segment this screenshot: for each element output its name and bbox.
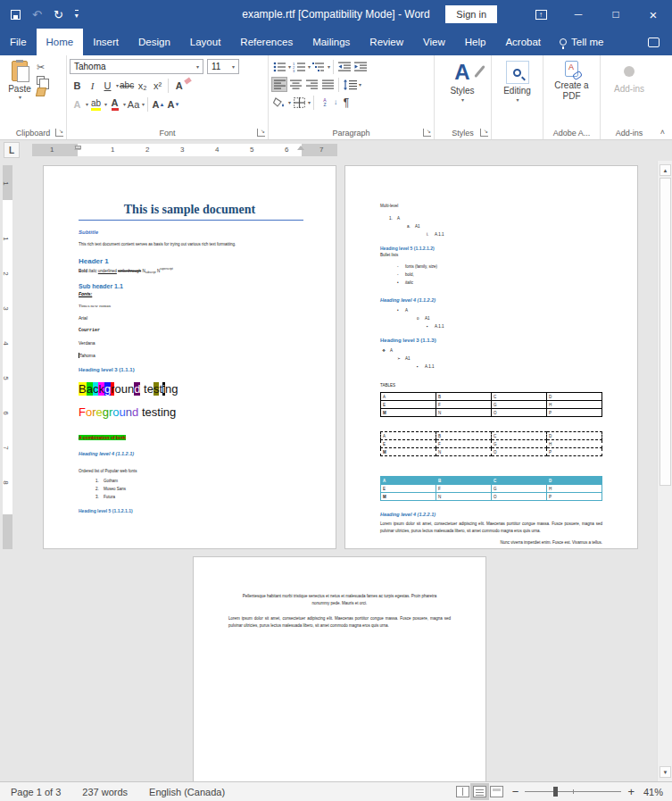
tab-help[interactable]: Help (455, 29, 496, 55)
styles-button[interactable]: A Styles ▾ (437, 59, 487, 124)
superscript-button[interactable]: x² (150, 78, 165, 93)
font-dialog-launcher[interactable]: ↘ (257, 129, 265, 137)
zoom-level[interactable]: 41% (643, 787, 672, 797)
list-marker: 2. (95, 485, 104, 493)
zoom-slider[interactable] (525, 791, 621, 792)
italic-button[interactable]: I (85, 78, 100, 93)
maximize-button[interactable]: □ (597, 0, 635, 29)
paragraph-dialog-launcher[interactable]: ↘ (423, 129, 431, 137)
format-painter-icon[interactable] (36, 88, 46, 96)
zoom-slider-thumb[interactable] (553, 787, 558, 797)
align-right-icon[interactable] (303, 77, 319, 92)
comment-icon[interactable] (648, 38, 660, 47)
line-spacing-icon[interactable] (342, 77, 358, 92)
underline-button[interactable]: U (100, 78, 115, 93)
bullet-list-icon[interactable] (271, 59, 287, 74)
print-layout-icon[interactable] (473, 786, 486, 797)
tab-references[interactable]: References (230, 29, 303, 55)
adobe-group: Create a PDF Adobe A... (543, 55, 601, 139)
scroll-up-icon[interactable]: ▲ (660, 164, 671, 176)
tab-mailings[interactable]: Mailings (303, 29, 360, 55)
multilevel-list-icon[interactable] (311, 59, 327, 74)
justify-icon[interactable] (319, 77, 336, 92)
table-row: MNOP (381, 409, 602, 417)
minimize-button[interactable]: ─ (560, 0, 597, 29)
tab-acrobat[interactable]: Acrobat (495, 29, 551, 55)
align-left-icon[interactable] (271, 77, 287, 92)
paste-dropdown-icon[interactable]: ▾ (19, 94, 21, 100)
list-item: 1.A (380, 214, 602, 222)
ribbon-display-options-button[interactable]: ↑ (522, 0, 560, 29)
vertical-scrollbar[interactable]: ▲ ▼ (657, 161, 672, 781)
close-button[interactable]: × (635, 0, 672, 29)
numbered-list-icon[interactable]: 123 (291, 59, 307, 74)
shrink-font-icon[interactable]: A▼ (166, 96, 181, 112)
borders-icon[interactable] (291, 95, 307, 110)
clear-formatting-icon[interactable]: A (171, 78, 187, 93)
web-layout-icon[interactable] (490, 786, 503, 797)
tab-file[interactable]: File (0, 29, 37, 55)
list-text: A1 (425, 316, 430, 321)
table-cell: D (547, 432, 602, 440)
change-case-icon[interactable]: Aa (126, 96, 141, 112)
table-row: MNOP (381, 493, 602, 501)
tab-insert[interactable]: Insert (83, 29, 129, 55)
word-count[interactable]: 237 words (71, 787, 138, 797)
font-color-icon[interactable]: A (112, 98, 119, 111)
show-hide-paragraph-icon[interactable]: ¶ (338, 95, 354, 110)
horizontal-ruler[interactable]: 11234567 (32, 144, 337, 156)
tell-me-box[interactable]: Tell me (551, 29, 612, 55)
zoom-out-icon[interactable]: − (512, 785, 519, 798)
font-name-select[interactable]: Tahoma▾ (70, 59, 203, 74)
undo-icon[interactable]: ↶ (32, 8, 42, 21)
tab-selector[interactable]: L (4, 142, 20, 158)
text-effects-icon[interactable]: A (70, 96, 85, 112)
zoom-in-icon[interactable]: + (627, 785, 635, 798)
grow-font-icon[interactable]: A▲ (151, 96, 166, 112)
font-size-select[interactable]: 11▾ (207, 59, 239, 74)
right-indent-marker[interactable] (297, 146, 304, 150)
ruler-number: 7 (2, 446, 10, 449)
editing-button[interactable] (506, 61, 529, 84)
customize-qat-icon[interactable]: ▾ (75, 10, 79, 20)
collapse-ribbon-icon[interactable]: ˄ (660, 128, 665, 137)
save-icon[interactable] (11, 10, 21, 20)
paste-button[interactable]: Paste ▾ (3, 59, 37, 124)
sort-icon[interactable]: AZ (317, 95, 333, 110)
table-cell: B (436, 432, 492, 440)
cut-icon[interactable]: ✂ (37, 62, 46, 73)
vertical-ruler[interactable]: 112345678 (3, 165, 12, 549)
tab-view[interactable]: View (413, 29, 455, 55)
left-indent-marker[interactable] (75, 146, 81, 149)
copy-icon[interactable] (37, 76, 45, 85)
addins-button[interactable]: Add-ins (603, 84, 655, 95)
tab-home[interactable]: Home (37, 29, 84, 55)
shading-icon[interactable] (271, 95, 287, 110)
read-mode-icon[interactable] (456, 786, 469, 797)
sign-in-button[interactable]: Sign in (445, 5, 497, 23)
tab-design[interactable]: Design (129, 29, 180, 55)
align-center-icon[interactable] (287, 77, 303, 92)
zoom-controls: − + (503, 785, 643, 798)
clipboard-dialog-launcher[interactable]: ↘ (55, 129, 63, 137)
subscript-button[interactable]: x₂ (135, 78, 150, 93)
bullet-lists-label: Bullet lists (380, 253, 602, 257)
language-indicator[interactable]: English (Canada) (138, 787, 236, 797)
tab-review[interactable]: Review (360, 29, 413, 55)
styles-dialog-launcher[interactable]: ↘ (480, 129, 488, 137)
bold-button[interactable]: B (70, 78, 85, 93)
ruler-number: 1 (50, 146, 54, 154)
highlight-color-icon[interactable]: ab (91, 98, 101, 111)
page-indicator[interactable]: Page 1 of 3 (0, 787, 71, 797)
scrollbar-thumb[interactable] (660, 178, 671, 486)
redo-icon[interactable]: ↻ (54, 8, 63, 21)
page-1[interactable]: This is sample document Subtitle This ri… (43, 165, 336, 549)
page-3[interactable]: Pellentesque habitant morbi tristique se… (193, 556, 486, 781)
page-2[interactable]: Multi-level 1.Aa.A1i.A.1.1 Heading level… (344, 165, 638, 549)
tab-layout[interactable]: Layout (180, 29, 231, 55)
scroll-down-icon[interactable]: ▼ (660, 766, 671, 778)
strikethrough-button[interactable]: abc (119, 78, 135, 93)
decrease-indent-icon[interactable] (336, 59, 353, 74)
create-pdf-button[interactable]: Create a PDF (553, 80, 591, 102)
increase-indent-icon[interactable] (353, 59, 369, 74)
